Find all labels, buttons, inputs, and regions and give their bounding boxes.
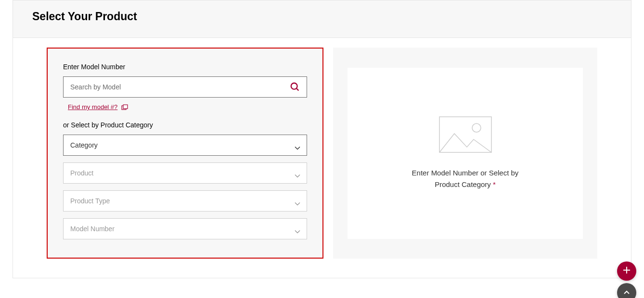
fab-scroll-top-button[interactable]	[617, 283, 636, 298]
product-select-wrapper: Product	[63, 162, 307, 184]
product-type-select-value: Product Type	[70, 197, 110, 205]
chevron-down-icon	[295, 143, 300, 147]
search-icon[interactable]	[290, 82, 300, 92]
product-type-select-wrapper: Product Type	[63, 190, 307, 211]
find-model-link-text: Find my model #?	[68, 103, 117, 111]
svg-rect-3	[123, 105, 128, 109]
model-number-select-value: Model Number	[70, 225, 115, 233]
preview-panel: Enter Model Number or Select by Product …	[333, 48, 597, 259]
category-select-value: Category	[70, 141, 98, 149]
chevron-up-icon	[623, 288, 630, 297]
category-select-wrapper: Category	[63, 135, 307, 156]
category-select[interactable]: Category	[63, 135, 307, 156]
content-area: Enter Model Number Find my model #?	[13, 38, 631, 278]
required-asterisk: *	[493, 180, 496, 188]
search-wrapper	[63, 76, 307, 98]
product-select[interactable]: Product	[63, 162, 307, 184]
product-select-value: Product	[70, 169, 93, 177]
model-number-select-wrapper: Model Number	[63, 218, 307, 239]
popup-icon	[121, 104, 128, 110]
page-title: Select Your Product	[32, 10, 612, 23]
fab-plus-button[interactable]	[617, 261, 636, 281]
instruction-text: Enter Model Number or Select by Product …	[403, 167, 528, 190]
chevron-down-icon	[295, 199, 300, 203]
model-search-input[interactable]	[63, 76, 307, 98]
svg-line-1	[296, 88, 299, 91]
header-section: Select Your Product	[13, 0, 631, 38]
svg-point-5	[472, 124, 481, 132]
model-number-select[interactable]: Model Number	[63, 218, 307, 239]
preview-inner: Enter Model Number or Select by Product …	[348, 68, 583, 239]
chevron-down-icon	[295, 171, 300, 175]
chevron-down-icon	[295, 227, 300, 231]
category-label: or Select by Product Category	[63, 121, 307, 129]
product-form-panel: Enter Model Number Find my model #?	[47, 48, 323, 259]
svg-point-0	[291, 83, 297, 89]
find-model-link[interactable]: Find my model #?	[68, 103, 128, 111]
instruction-message: Enter Model Number or Select by Product …	[412, 169, 519, 188]
product-type-select[interactable]: Product Type	[63, 190, 307, 211]
model-number-label: Enter Model Number	[63, 63, 307, 71]
product-selection-container: Select Your Product Enter Model Number F…	[13, 0, 631, 278]
plus-icon	[622, 266, 631, 276]
image-placeholder-icon	[439, 116, 492, 153]
